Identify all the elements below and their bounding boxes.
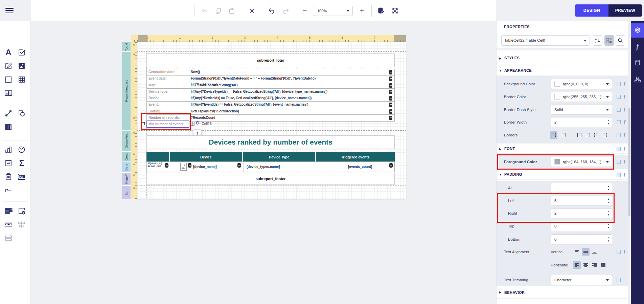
valign-middle-button[interactable] bbox=[582, 248, 590, 256]
rich-text-component-icon[interactable] bbox=[4, 61, 13, 71]
math-formula-icon[interactable]: Σ bbox=[17, 158, 26, 168]
subreport-logo-cell[interactable]: subreport_logo bbox=[146, 53, 395, 67]
copy-icon[interactable] bbox=[213, 6, 223, 16]
band-top-margin[interactable]: TopM bbox=[122, 42, 131, 51]
detail-row[interactable]: Iif([device_id] == null , null, [device_… bbox=[146, 161, 395, 172]
halign-right-button[interactable] bbox=[591, 261, 598, 269]
borders-top-button[interactable] bbox=[584, 131, 592, 139]
table-row[interactable]: Event:Iif(Any(?EventIds) == False, GetLo… bbox=[147, 102, 394, 108]
table-row[interactable]: Event date:FormatString('{0:d}',?EventDa… bbox=[147, 75, 394, 82]
padding-bottom-stepper[interactable]: 0▲▼ bbox=[551, 234, 612, 244]
barcode-component-icon[interactable] bbox=[4, 122, 13, 132]
fx-icon[interactable]: f bbox=[624, 94, 625, 100]
fx-icon[interactable]: f bbox=[624, 107, 625, 112]
borders-none-button[interactable] bbox=[560, 131, 568, 139]
prop-checkbox[interactable] bbox=[617, 250, 621, 254]
check-data-icon[interactable] bbox=[376, 6, 386, 16]
padding-left-stepper[interactable]: 5▲▼ bbox=[551, 196, 612, 206]
page-info-component-icon[interactable]: i bbox=[17, 206, 26, 216]
prop-checkbox[interactable] bbox=[617, 120, 621, 124]
search-icon[interactable] bbox=[616, 35, 625, 46]
borders-all-button[interactable] bbox=[550, 131, 557, 139]
text-component-icon[interactable]: A bbox=[4, 48, 13, 57]
borders-bottom-button[interactable] bbox=[601, 131, 608, 139]
cut-icon[interactable]: ✂ bbox=[200, 6, 210, 16]
checkbox-component-icon[interactable] bbox=[17, 48, 26, 57]
sort-az-button[interactable]: AZ bbox=[593, 35, 602, 46]
prop-checkbox[interactable] bbox=[617, 95, 621, 99]
band-report-header[interactable]: ReportHeader1 bbox=[122, 52, 131, 130]
section-appearance[interactable]: ▼APPEARANCE bbox=[497, 65, 628, 76]
halign-center-button[interactable] bbox=[582, 261, 590, 269]
valign-bottom-button[interactable] bbox=[591, 248, 598, 256]
distribute-bands-icon[interactable] bbox=[4, 233, 13, 243]
detail-cell-expression[interactable]: Iif([device_id] == null , null, bbox=[147, 162, 170, 172]
text-trimming-select[interactable]: Character bbox=[551, 275, 612, 285]
section-behavior[interactable]: ▶BEHAVIOR bbox=[497, 286, 628, 299]
foreground-color-dropdown[interactable]: rgba(164, 169, 184, 1) bbox=[551, 157, 612, 167]
prop-checkbox[interactable] bbox=[617, 82, 621, 86]
detail-events-count[interactable]: [events_count] bbox=[348, 165, 372, 169]
functions-tab-icon[interactable]: f bbox=[631, 39, 644, 54]
scrollbar-thumb[interactable] bbox=[628, 108, 630, 216]
delete-icon[interactable]: ✕ bbox=[247, 6, 257, 16]
line-component-icon[interactable] bbox=[4, 109, 13, 118]
preview-tab[interactable]: PREVIEW bbox=[608, 4, 642, 17]
prop-checkbox[interactable] bbox=[617, 278, 621, 282]
header-cell-device-type[interactable]: Device Type bbox=[243, 152, 316, 161]
columns-component-icon[interactable]: ab bbox=[4, 88, 13, 98]
borders-left-button[interactable] bbox=[576, 131, 583, 139]
category-view-button[interactable] bbox=[604, 35, 614, 46]
band-bottom-margin[interactable]: Bott bbox=[122, 186, 131, 199]
band-detail[interactable]: Deta bbox=[122, 162, 131, 173]
redo-icon[interactable] bbox=[281, 6, 291, 16]
panel-scrollbar[interactable] bbox=[628, 21, 631, 304]
selection-handle[interactable] bbox=[142, 122, 145, 125]
halign-justify-button[interactable] bbox=[599, 261, 607, 269]
zoom-select[interactable]: 100% bbox=[313, 6, 353, 16]
properties-tab-gear-icon[interactable] bbox=[631, 23, 644, 38]
halign-left-button[interactable] bbox=[573, 261, 581, 269]
header-cell-empty[interactable] bbox=[146, 152, 170, 161]
detail-device-name[interactable]: [device_name] bbox=[193, 165, 216, 169]
zoom-out-icon[interactable]: − bbox=[300, 6, 310, 16]
background-color-dropdown[interactable]: rgba(0, 0, 0, 0) bbox=[551, 79, 612, 89]
report-page[interactable]: subreport_logo Generation date:Now() Eve… bbox=[137, 42, 406, 199]
padding-right-stepper[interactable]: 2▲▼ bbox=[551, 208, 612, 218]
table-row[interactable]: Device:Iif(Any(?DeviceIds) == False, Get… bbox=[147, 95, 394, 102]
menu-icon[interactable] bbox=[5, 8, 14, 14]
section-styles[interactable]: ▶STYLES bbox=[497, 53, 628, 63]
fx-icon[interactable]: f bbox=[624, 146, 625, 152]
band-group-header-2[interactable]: Grou bbox=[122, 152, 131, 162]
borders-right-button[interactable] bbox=[593, 131, 600, 139]
shape-component-icon[interactable] bbox=[17, 109, 26, 118]
prop-checkbox[interactable] bbox=[617, 173, 621, 177]
table-row[interactable]: Sorting:GetDisplayText(?SortDirection) bbox=[147, 108, 394, 115]
section-font[interactable]: ▶FONT bbox=[497, 143, 628, 154]
header-cell-triggered-events[interactable]: Triggered events bbox=[316, 152, 395, 161]
band-group-header-1[interactable]: GroupHea bbox=[122, 131, 131, 152]
fx-icon[interactable]: f bbox=[624, 120, 625, 125]
padding-top-stepper[interactable]: 0▲▼ bbox=[551, 221, 612, 231]
signature-component-icon[interactable] bbox=[4, 186, 13, 195]
image-placeholder-icon[interactable] bbox=[180, 163, 187, 171]
undo-icon[interactable] bbox=[267, 6, 277, 16]
selected-table-cell[interactable]: Min.number of events bbox=[146, 121, 189, 128]
fx-icon[interactable]: f bbox=[624, 159, 625, 165]
border-width-stepper[interactable]: 2▲▼ bbox=[551, 117, 612, 127]
table-row[interactable]: Map:Iif(?MapId == null,GetLocalizedStrin… bbox=[147, 82, 394, 89]
prop-checkbox[interactable] bbox=[617, 147, 621, 151]
subreport-footer-cell[interactable]: subreport_footer bbox=[146, 173, 395, 185]
subreport-component-icon[interactable] bbox=[4, 206, 13, 216]
detail-cell-device-type[interactable]: [device_types.name] bbox=[243, 162, 316, 172]
stepper-arrows[interactable]: ▲▼ bbox=[607, 119, 610, 126]
prop-checkbox[interactable] bbox=[617, 160, 621, 164]
fx-icon[interactable]: f bbox=[624, 249, 625, 255]
fx-icon[interactable]: f bbox=[624, 81, 625, 87]
sparkline-component-icon[interactable] bbox=[4, 158, 13, 168]
align-middle-icon[interactable] bbox=[17, 220, 26, 229]
fullscreen-icon[interactable] bbox=[390, 6, 400, 16]
table-component-icon[interactable] bbox=[17, 75, 26, 84]
band-page-footer[interactable]: PageF bbox=[122, 173, 131, 186]
report-title-cell[interactable]: Devices ranked by number of events bbox=[146, 135, 395, 149]
